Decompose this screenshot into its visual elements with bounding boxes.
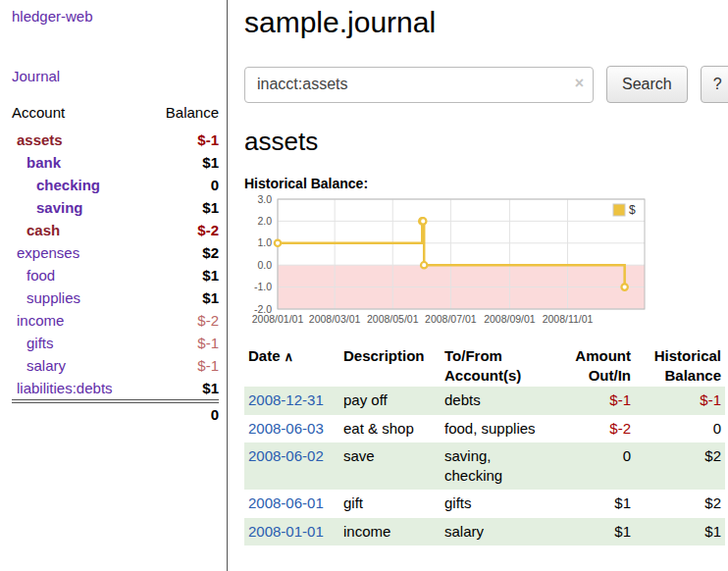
search-button[interactable]: Search: [606, 66, 688, 103]
accounts-header-balance: Balance: [147, 102, 219, 129]
account-row: expenses$2: [12, 241, 219, 264]
clear-search-icon[interactable]: ×: [575, 75, 584, 92]
transaction-description: save: [339, 442, 441, 490]
transaction-date-link[interactable]: 2008-06-02: [248, 447, 324, 464]
transaction-amount: 0: [550, 442, 635, 490]
account-balance: $-2: [147, 309, 219, 332]
transaction-accounts: debts: [441, 387, 550, 415]
accounts-header-row: Account Balance: [12, 102, 219, 129]
register-table: Date∧ Description To/From Account(s) Amo…: [244, 344, 725, 545]
account-link[interactable]: expenses: [12, 244, 79, 261]
header-date-label: Date: [248, 347, 281, 364]
header-date[interactable]: Date∧: [244, 344, 339, 387]
transaction-date-link[interactable]: 2008-06-01: [248, 494, 324, 511]
sidebar: hledger-web Journal Account Balance asse…: [0, 0, 228, 571]
account-balance: $1: [147, 286, 219, 309]
account-link[interactable]: gifts: [12, 335, 54, 351]
svg-text:$: $: [629, 203, 636, 217]
account-link[interactable]: assets: [12, 131, 63, 148]
account-row: bank$1: [12, 151, 219, 174]
register-row: 2008-12-31pay offdebts$-1$-1: [244, 387, 725, 415]
account-link[interactable]: food: [12, 267, 55, 284]
svg-text:1.0: 1.0: [257, 236, 272, 248]
transaction-accounts: food, supplies: [441, 415, 550, 443]
transaction-description: income: [339, 518, 441, 546]
main-content: sample.journal × Search ? assets Histori…: [228, 0, 728, 571]
chart-svg: 3.02.01.00.0-1.0-2.02008/01/012008/03/01…: [244, 193, 652, 331]
transaction-accounts: salary: [441, 518, 550, 546]
sort-asc-icon: ∧: [285, 349, 294, 364]
account-balance: $-2: [147, 219, 219, 241]
account-row: food$1: [12, 264, 219, 286]
header-balance: Historical Balance: [635, 344, 725, 387]
register-row: 2008-06-03eat & shopfood, supplies$-20: [244, 415, 725, 443]
transaction-balance: $-1: [635, 387, 725, 415]
chart-title: Historical Balance:: [244, 176, 728, 191]
account-row: checking0: [12, 174, 219, 196]
journal-link[interactable]: Journal: [12, 68, 219, 84]
account-balance: $-1: [147, 129, 219, 151]
transaction-description: gift: [339, 490, 441, 518]
header-amount: Amount Out/In: [550, 344, 635, 387]
transaction-amount: $-2: [550, 415, 635, 443]
account-balance: $-1: [147, 332, 219, 354]
account-link[interactable]: salary: [12, 357, 66, 374]
account-balance: $-1: [147, 354, 219, 377]
transaction-accounts: gifts: [441, 490, 550, 518]
balance-chart: 3.02.01.00.0-1.0-2.02008/01/012008/03/01…: [244, 193, 652, 335]
account-balance: $2: [147, 241, 219, 264]
account-link[interactable]: checking: [12, 177, 100, 193]
transaction-amount: $1: [550, 490, 635, 518]
svg-text:2008/11/01: 2008/11/01: [543, 313, 594, 325]
account-link[interactable]: supplies: [12, 289, 80, 306]
svg-text:3.0: 3.0: [257, 193, 272, 205]
account-balance: $1: [147, 196, 219, 219]
accounts-total-spacer: [12, 401, 147, 426]
register-row: 2008-06-01giftgifts$1$2: [244, 490, 725, 518]
register-row: 2008-06-02savesaving, checking0$2: [244, 442, 725, 490]
search-field-wrap: ×: [244, 67, 594, 103]
header-description: Description: [339, 344, 441, 387]
account-row: saving$1: [12, 196, 219, 219]
account-link[interactable]: saving: [12, 199, 83, 216]
transaction-description: pay off: [339, 387, 441, 415]
svg-text:-1.0: -1.0: [254, 281, 272, 292]
page-title: sample.journal: [244, 6, 728, 39]
transaction-date-link[interactable]: 2008-01-01: [248, 523, 324, 540]
account-balance: $1: [147, 264, 219, 286]
register-header-row: Date∧ Description To/From Account(s) Amo…: [244, 344, 725, 387]
transaction-amount: $-1: [550, 387, 635, 415]
transaction-balance: $1: [635, 518, 725, 546]
accounts-header-account: Account: [12, 102, 147, 129]
accounts-total-row: 0: [12, 401, 219, 426]
svg-text:2008/09/01: 2008/09/01: [484, 313, 536, 325]
account-row: gifts$-1: [12, 332, 219, 354]
help-button[interactable]: ?: [701, 66, 728, 103]
svg-text:2008/01/01: 2008/01/01: [252, 313, 304, 325]
transaction-description: eat & shop: [339, 415, 441, 443]
search-input[interactable]: [244, 67, 594, 103]
hledger-web-app: hledger-web Journal Account Balance asse…: [0, 0, 728, 571]
account-row: liabilities:debts$1: [12, 377, 219, 401]
transaction-date-link[interactable]: 2008-12-31: [248, 391, 324, 408]
transaction-balance: 0: [635, 415, 725, 443]
account-balance: 0: [147, 174, 219, 196]
account-row: supplies$1: [12, 286, 219, 309]
account-link[interactable]: income: [12, 312, 64, 329]
transaction-amount: $1: [550, 518, 635, 546]
svg-text:2008/03/01: 2008/03/01: [309, 313, 361, 325]
svg-text:2.0: 2.0: [257, 215, 272, 227]
transaction-accounts: saving, checking: [441, 442, 550, 490]
account-row: cash$-2: [12, 219, 219, 241]
account-link[interactable]: bank: [12, 154, 61, 171]
app-title-link[interactable]: hledger-web: [12, 8, 219, 25]
account-link[interactable]: liabilities:debts: [12, 380, 113, 396]
svg-text:0.0: 0.0: [257, 259, 272, 271]
account-link[interactable]: cash: [12, 222, 60, 238]
transaction-date-link[interactable]: 2008-06-03: [248, 420, 324, 437]
transaction-balance: $2: [635, 490, 725, 518]
header-accounts: To/From Account(s): [441, 344, 550, 387]
accounts-total-value: 0: [147, 401, 219, 426]
svg-text:2008/07/01: 2008/07/01: [425, 313, 477, 325]
account-row: salary$-1: [12, 354, 219, 377]
